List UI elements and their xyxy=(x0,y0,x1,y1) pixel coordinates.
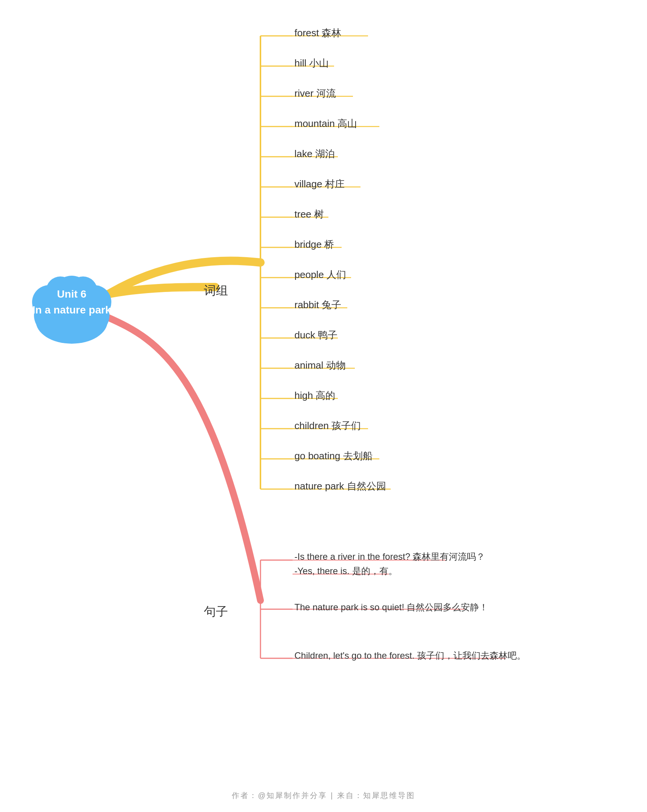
vocab-section-label: 词组 xyxy=(204,283,228,299)
vocab-forest: forest 森林 xyxy=(294,26,341,40)
vocab-hill: hill 小山 xyxy=(294,57,329,70)
sentence-2: The nature park is so quiet! 自然公园多么安静！ xyxy=(294,601,488,613)
vocab-mountain: mountain 高山 xyxy=(294,117,357,130)
vocab-high: high 高的 xyxy=(294,389,335,402)
vocab-people: people 人们 xyxy=(294,268,346,281)
sentence-1: -Is there a river in the forest? 森林里有河流吗… xyxy=(294,550,485,579)
vocab-go-boating: go boating 去划船 xyxy=(294,449,373,463)
vocab-children: children 孩子们 xyxy=(294,419,361,432)
footer: 作者：@知犀制作并分享 | 来自：知犀思维导图 xyxy=(0,790,647,801)
vocab-bridge: bridge 桥 xyxy=(294,238,334,251)
cloud-title: Unit 6 In a nature park xyxy=(32,286,111,318)
vocab-lake: lake 湖泊 xyxy=(294,147,335,161)
vocab-animal: animal 动物 xyxy=(294,359,346,372)
vocab-river: river 河流 xyxy=(294,87,336,100)
vocab-tree: tree 树 xyxy=(294,208,324,221)
cloud-container: Unit 6 In a nature park xyxy=(23,257,121,347)
vocab-village: village 村庄 xyxy=(294,178,345,191)
vocab-rabbit: rabbit 兔子 xyxy=(294,298,341,312)
sentence-3: Children, let's go to the forest. 孩子们，让我… xyxy=(294,650,526,662)
sentences-section-label: 句子 xyxy=(204,604,228,620)
vocab-nature-park: nature park 自然公园 xyxy=(294,480,386,493)
vocab-duck: duck 鸭子 xyxy=(294,329,337,342)
